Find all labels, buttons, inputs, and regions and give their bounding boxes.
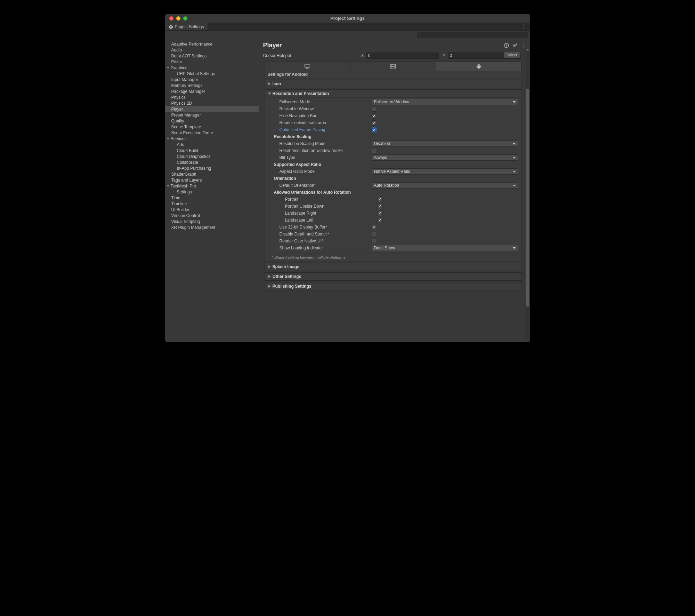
sidebar-item-physics-2d[interactable]: Physics 2D bbox=[165, 100, 259, 106]
platform-tab-android[interactable] bbox=[436, 62, 521, 71]
sidebar-item-preset-manager[interactable]: Preset Manager bbox=[165, 112, 259, 118]
gear-icon bbox=[169, 25, 173, 29]
reset-resolution-checkbox[interactable] bbox=[372, 148, 377, 153]
aspect-ratio-mode-dropdown[interactable]: Native Aspect Ratio bbox=[372, 168, 518, 175]
preset-icon[interactable] bbox=[512, 43, 518, 48]
sidebar-item-in-app-purchasing[interactable]: In-App Purchasing bbox=[165, 165, 259, 171]
sidebar-item-settings[interactable]: Settings bbox=[165, 189, 259, 195]
show-loading-indicator-dropdown[interactable]: Don't Show bbox=[372, 245, 518, 251]
resizable-window-label: Resizable Window bbox=[280, 106, 372, 111]
disable-depth-stencil-checkbox[interactable] bbox=[372, 232, 377, 237]
sidebar-item-tags-and-layers[interactable]: Tags and Layers bbox=[165, 177, 259, 183]
render-over-native-ui-checkbox[interactable] bbox=[372, 239, 377, 244]
orientation-header-label: Orientation bbox=[274, 176, 366, 181]
sidebar-item-label: Memory Settings bbox=[171, 83, 203, 88]
fullscreen-mode-dropdown[interactable]: Fullscreen Window bbox=[372, 99, 518, 105]
sidebar-item-label: Graphics bbox=[171, 65, 187, 70]
help-icon[interactable]: ? bbox=[504, 43, 509, 48]
scrollbar[interactable] bbox=[526, 48, 530, 339]
dropdown-value: Disabled bbox=[374, 141, 390, 146]
fullscreen-mode-label: Fullscreen Mode bbox=[280, 99, 372, 104]
portrait-upside-down-checkbox[interactable] bbox=[377, 204, 382, 209]
sidebar-item-timeline[interactable]: Timeline bbox=[165, 201, 259, 207]
landscape-right-checkbox[interactable] bbox=[377, 211, 382, 216]
sidebar-item-label: Physics bbox=[171, 95, 186, 100]
portrait-checkbox[interactable] bbox=[377, 197, 382, 202]
hotspot-x-input[interactable] bbox=[366, 53, 439, 59]
sidebar-item-shadergraph[interactable]: ShaderGraph bbox=[165, 171, 259, 177]
dropdown-value: Auto Rotation bbox=[374, 183, 399, 188]
sidebar-item-adaptive-performance[interactable]: Adaptive Performance bbox=[165, 41, 259, 47]
chevron-down-icon bbox=[167, 185, 169, 187]
sidebar-item-textmesh-pro[interactable]: TextMesh Pro bbox=[165, 183, 259, 189]
landscape-left-checkbox[interactable] bbox=[377, 218, 382, 223]
platform-tab-desktop[interactable] bbox=[265, 62, 350, 71]
render-outside-safe-checkbox[interactable] bbox=[372, 120, 377, 126]
blit-type-dropdown[interactable]: Always bbox=[372, 154, 518, 161]
sidebar-item-time[interactable]: Time bbox=[165, 195, 259, 201]
server-icon bbox=[390, 64, 396, 69]
sidebar-item-label: Adaptive Performance bbox=[171, 42, 213, 47]
titlebar: Project Settings bbox=[165, 14, 530, 23]
sidebar-item-burst-aot-settings[interactable]: Burst AOT Settings bbox=[165, 53, 259, 59]
search-input[interactable] bbox=[417, 32, 528, 38]
sidebar-item-script-execution-order[interactable]: Script Execution Order bbox=[165, 130, 259, 136]
sidebar-item-memory-settings[interactable]: Memory Settings bbox=[165, 82, 259, 88]
sidebar-item-urp-global-settings[interactable]: URP Global Settings bbox=[165, 71, 259, 77]
sidebar-item-editor[interactable]: Editor bbox=[165, 59, 259, 65]
panel-resolution-header[interactable]: Resolution and Presentation bbox=[265, 90, 522, 98]
shared-setting-footnote: * Shared setting between multiple platfo… bbox=[265, 254, 522, 261]
sidebar-item-quality[interactable]: Quality bbox=[165, 118, 259, 124]
panel-splash-title: Splash Image bbox=[273, 264, 299, 269]
hide-nav-bar-checkbox[interactable] bbox=[372, 113, 377, 119]
sidebar-item-visual-scripting[interactable]: Visual Scripting bbox=[165, 218, 259, 224]
sidebar-item-label: UI Builder bbox=[171, 207, 190, 212]
portrait-upside-down-label: Portrait Upside Down bbox=[285, 204, 377, 209]
sidebar-item-cloud-build[interactable]: Cloud Build bbox=[165, 147, 259, 153]
resizable-window-checkbox[interactable] bbox=[372, 106, 377, 112]
panel-publish-title: Publishing Settings bbox=[273, 284, 312, 289]
sidebar-item-collaborate[interactable]: Collaborate bbox=[165, 159, 259, 165]
sidebar-item-xr-plugin-management[interactable]: XR Plugin Management bbox=[165, 224, 259, 230]
tab-bar: Project Settings ⋮ bbox=[165, 23, 530, 31]
scroll-thumb[interactable] bbox=[526, 89, 529, 307]
sidebar-item-audio[interactable]: Audio bbox=[165, 47, 259, 53]
dropdown-value: Native Aspect Ratio bbox=[374, 169, 411, 174]
sidebar-item-graphics[interactable]: Graphics bbox=[165, 65, 259, 71]
sidebar-item-version-control[interactable]: Version Control bbox=[165, 213, 259, 218]
page-title: Player bbox=[263, 42, 282, 49]
sidebar-item-label: Services bbox=[171, 136, 187, 141]
sidebar-item-player[interactable]: Player bbox=[165, 106, 259, 112]
optimized-frame-pacing-label: Optimized Frame Pacing bbox=[280, 127, 372, 132]
tab-project-settings[interactable]: Project Settings bbox=[165, 23, 208, 30]
sidebar-item-physics[interactable]: Physics bbox=[165, 94, 259, 100]
sidebar-item-services[interactable]: Services bbox=[165, 136, 259, 142]
panel-other-header[interactable]: Other Settings bbox=[265, 273, 522, 280]
default-orientation-label: Default Orientation* bbox=[280, 183, 372, 188]
panel-splash-header[interactable]: Splash Image bbox=[265, 263, 522, 271]
sidebar-item-ui-builder[interactable]: UI Builder bbox=[165, 207, 259, 213]
sidebar-item-ads[interactable]: Ads bbox=[165, 142, 259, 147]
tab-menu-button[interactable]: ⋮ bbox=[518, 24, 530, 30]
platform-tab-server[interactable] bbox=[350, 62, 436, 71]
monitor-icon bbox=[304, 64, 310, 69]
sidebar-item-label: Quality bbox=[171, 119, 184, 123]
sidebar-item-scene-template[interactable]: Scene Template bbox=[165, 124, 259, 130]
resolution-scaling-header-label: Resolution Scaling bbox=[274, 134, 366, 139]
sidebar-item-cloud-diagnostics[interactable]: Cloud Diagnostics bbox=[165, 153, 259, 159]
use-32bit-buffer-checkbox[interactable] bbox=[372, 225, 377, 230]
resolution-scaling-mode-dropdown[interactable]: Disabled bbox=[372, 141, 518, 147]
hotspot-x-label: X bbox=[359, 53, 364, 58]
panel-publish-header[interactable]: Publishing Settings bbox=[265, 282, 522, 290]
optimized-frame-pacing-checkbox[interactable] bbox=[372, 127, 377, 133]
sidebar-item-input-manager[interactable]: Input Manager bbox=[165, 77, 259, 82]
show-loading-indicator-label: Show Loading Indicator bbox=[280, 246, 372, 250]
default-orientation-dropdown[interactable]: Auto Rotation bbox=[372, 182, 518, 189]
dropdown-value: Fullscreen Window bbox=[374, 99, 409, 104]
sidebar-item-package-manager[interactable]: Package Manager bbox=[165, 88, 259, 94]
select-badge[interactable]: Select bbox=[504, 52, 520, 58]
panel-menu-button[interactable]: ⋮ bbox=[521, 43, 527, 48]
sidebar-item-label: Script Execution Order bbox=[171, 130, 213, 135]
chevron-right-icon bbox=[268, 82, 270, 85]
panel-icon-header[interactable]: Icon bbox=[265, 80, 522, 88]
